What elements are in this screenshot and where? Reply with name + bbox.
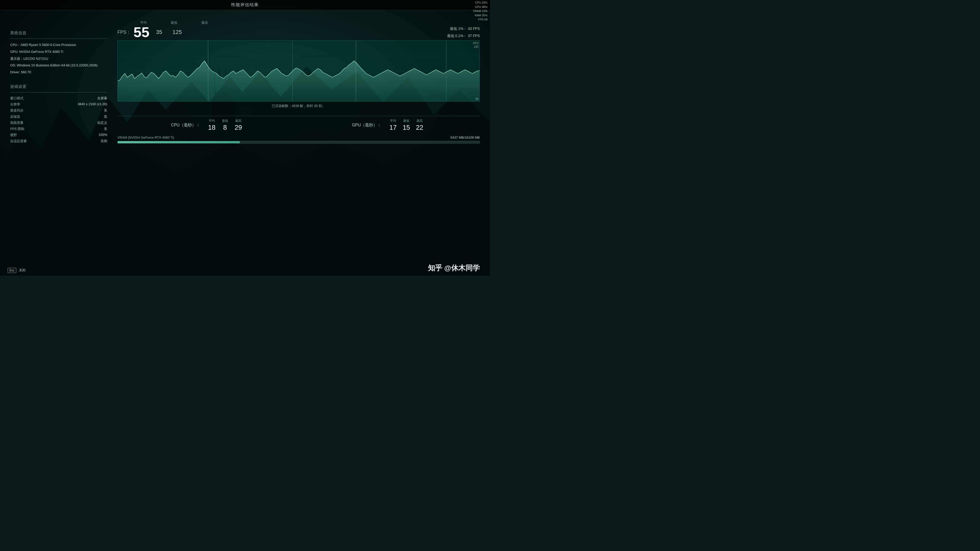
system-info-divider — [10, 38, 107, 39]
fps-p1-label: 最低 1%： — [450, 27, 467, 31]
hud-gpu: GPU 98% — [473, 5, 487, 9]
cpu-min-header: 最低 — [218, 119, 232, 123]
settings-row: 画面质量自定义 — [10, 121, 107, 125]
vram-header: VRAM (NVIDIA GeForce RTX 4060 Ti) 5437 M… — [118, 135, 480, 139]
gpu-avg-value: 17 — [387, 124, 400, 132]
settings-val: 全屏幕 — [97, 96, 107, 100]
cpu-ms-section: CPU（毫秒）： 平均 最低 最高 18 8 29 — [171, 119, 245, 132]
fps-max-label: 最高 — [197, 21, 212, 25]
game-settings-title: 游戏设置 — [10, 84, 107, 89]
settings-row: 视野100% — [10, 133, 107, 137]
game-settings-section: 游戏设置 窗口模式全屏幕分辨率3840 x 2160 (x1.00)垂直同步关反… — [10, 84, 107, 145]
top-bar: 性能评估结果 — [0, 0, 490, 10]
settings-key: 画面质量 — [10, 121, 24, 125]
settings-key: FPS 限制 — [10, 127, 24, 131]
system-info-section: 系统信息 CPU：AMD Ryzen 5 5600 6-Core Process… — [10, 31, 107, 76]
fps-chart-bottom-value: 35 — [476, 97, 479, 100]
hud-ram: RAM 35% — [473, 13, 487, 18]
cpu-max-header: 最高 — [232, 119, 245, 123]
os-info: OS: Windows 10 Business Edition 64-bit (… — [10, 63, 107, 68]
svg-marker-5 — [118, 61, 479, 101]
hud-vram: VRAM 13% — [473, 9, 487, 13]
fps-percentile-group: 最低 1%： 43 FPS 最低 0.1%： 37 FPS — [447, 25, 480, 39]
fps-chart-svg — [118, 41, 479, 101]
settings-val: 关 — [104, 108, 107, 113]
gpu-min-value: 15 — [400, 124, 413, 132]
esc-key[interactable]: Esc — [8, 268, 16, 273]
settings-row: 窗口模式全屏幕 — [10, 96, 107, 100]
settings-key: 分辨率 — [10, 102, 20, 107]
close-label[interactable]: 关闭 — [19, 268, 25, 273]
cpu-min-value: 8 — [218, 124, 232, 132]
vram-bar-inner — [118, 141, 240, 143]
gpu-min-header: 最低 — [400, 119, 413, 123]
gpu-info: GPU: NVIDIA GeForce RTX 4060 Ti — [10, 49, 107, 55]
fps-p01-value: 37 FPS — [468, 34, 480, 38]
system-info-title: 系统信息 — [10, 31, 107, 35]
render-info: 已渲染帧数：4638 帧，耗时 85 秒。 — [118, 104, 480, 108]
page-title: 性能评估结果 — [231, 2, 259, 8]
driver-info: Driver: 560.70 — [10, 70, 107, 75]
hud-cpu: CPU 29% — [473, 0, 487, 5]
settings-val: 100% — [99, 133, 107, 137]
settings-row: 垂直同步关 — [10, 108, 107, 113]
settings-table: 窗口模式全屏幕分辨率3840 x 2160 (x1.00)垂直同步关反锯齿高画面… — [10, 96, 107, 143]
settings-key: 垂直同步 — [10, 108, 24, 113]
cpu-values: 18 8 29 — [205, 124, 245, 132]
vram-value: 5437 MB/16109 MB — [450, 135, 480, 139]
hud-fps: FPS 58 — [473, 18, 487, 22]
settings-key: 反锯齿 — [10, 115, 20, 119]
bottom-bar: Esc 关闭 — [8, 268, 25, 273]
fps-min-label: 最低 — [166, 21, 182, 25]
gpu-ms-section: GPU（毫秒）： 平均 最低 最高 17 15 22 — [352, 119, 426, 132]
fps-chart: FPS 125 35 — [118, 40, 480, 102]
watermark: 知乎 @休木同学 — [428, 263, 480, 273]
settings-val: 高 — [104, 115, 107, 119]
settings-row: FPS 限制关 — [10, 127, 107, 131]
gpu-values: 17 15 22 — [387, 124, 426, 132]
fps-avg-value: 55 — [134, 25, 149, 39]
cpu-max-value: 29 — [232, 124, 245, 132]
vram-section: VRAM (NVIDIA GeForce RTX 4060 Ti) 5437 M… — [118, 135, 480, 143]
settings-val: 关闭 — [100, 139, 107, 143]
settings-key: 自适应质量 — [10, 139, 27, 143]
fps-p1-value: 43 FPS — [468, 27, 480, 31]
settings-row: 分辨率3840 x 2160 (x1.00) — [10, 102, 107, 107]
settings-row: 反锯齿高 — [10, 115, 107, 119]
gpu-max-value: 22 — [413, 124, 426, 132]
game-settings-divider — [10, 92, 107, 92]
display-info: 显示器：LECOO N2721U — [10, 56, 107, 62]
main-content: 系统信息 CPU：AMD Ryzen 5 5600 6-Core Process… — [0, 10, 490, 276]
fps-chart-fps-label: FPS — [473, 41, 479, 45]
gpu-avg-header: 平均 — [387, 119, 400, 123]
fps-min-value: 35 — [156, 29, 162, 35]
settings-key: 窗口模式 — [10, 96, 24, 100]
fps-p01-label: 最低 0.1%： — [447, 34, 467, 38]
gpu-max-header: 最高 — [413, 119, 426, 123]
settings-row: 自适应质量关闭 — [10, 139, 107, 143]
vram-label: VRAM (NVIDIA GeForce RTX 4060 Ti) — [118, 135, 174, 139]
cpu-avg-header: 平均 — [205, 119, 218, 123]
cpu-ms-label: CPU（毫秒）： — [171, 123, 200, 128]
settings-key: 视野 — [10, 133, 17, 137]
settings-val: 关 — [104, 127, 107, 131]
cpu-col-headers: 平均 最低 最高 — [205, 119, 245, 123]
cpu-ms-cols: 平均 最低 最高 18 8 29 — [205, 119, 245, 132]
hud-overlay: CPU 29% GPU 98% VRAM 13% RAM 35% FPS 58 — [473, 0, 487, 22]
gpu-ms-label: GPU（毫秒）： — [352, 123, 381, 128]
vram-bar-outer — [118, 141, 480, 143]
fps-label: FPS： — [118, 29, 131, 35]
cpu-avg-value: 18 — [205, 124, 218, 132]
gpu-col-headers: 平均 最低 最高 — [387, 119, 426, 123]
fps-max-value: 125 — [172, 29, 182, 35]
settings-val: 3840 x 2160 (x1.00) — [78, 102, 107, 107]
right-panel: 平均 最低 最高 FPS： 55 35 125 最低 1%： 43 FPS — [118, 15, 480, 271]
settings-val: 自定义 — [97, 121, 107, 125]
left-panel: 系统信息 CPU：AMD Ryzen 5 5600 6-Core Process… — [10, 15, 107, 271]
gpu-ms-cols: 平均 最低 最高 17 15 22 — [387, 119, 426, 132]
perf-row: CPU（毫秒）： 平均 最低 最高 18 8 29 GPU（毫秒）： — [118, 119, 480, 132]
fps-chart-top-value: 125 — [474, 45, 479, 48]
cpu-info: CPU：AMD Ryzen 5 5600 6-Core Processor — [10, 42, 107, 48]
